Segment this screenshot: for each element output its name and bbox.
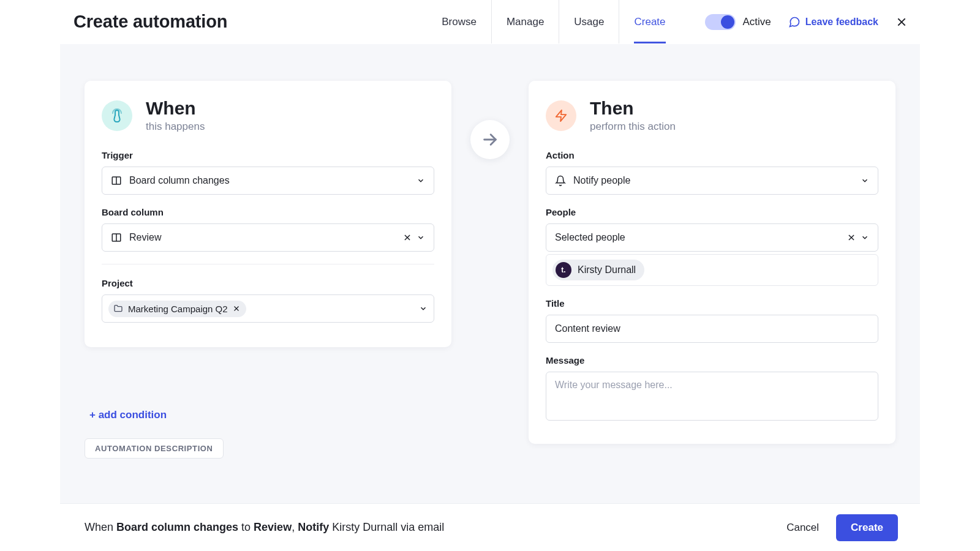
then-subtitle: perform this action — [590, 121, 676, 133]
when-subtitle: this happens — [146, 121, 205, 133]
clear-icon[interactable] — [847, 233, 856, 242]
project-chip: Marketing Campaign Q2 — [108, 301, 246, 317]
action-value: Notify people — [573, 175, 861, 186]
tab-create[interactable]: Create — [619, 0, 680, 43]
tab-manage[interactable]: Manage — [491, 0, 559, 43]
chevron-down-icon — [417, 233, 425, 242]
when-card: When this happens Trigger Board column c… — [85, 81, 451, 347]
project-select[interactable]: Marketing Campaign Q2 — [102, 294, 434, 323]
svg-marker-8 — [556, 110, 567, 121]
cancel-button[interactable]: Cancel — [786, 522, 819, 534]
board-icon — [111, 232, 122, 243]
message-field-label: Message — [546, 355, 878, 365]
title-field-label: Title — [546, 298, 878, 309]
create-button[interactable]: Create — [836, 514, 898, 541]
avatar: t. — [556, 262, 571, 278]
active-toggle-label: Active — [743, 16, 771, 28]
leave-feedback-label: Leave feedback — [805, 17, 878, 28]
flow-arrow — [470, 120, 510, 159]
page-title: Create automation — [74, 12, 227, 32]
automation-description-badge: AUTOMATION DESCRIPTION — [85, 438, 224, 459]
bell-icon — [555, 175, 566, 186]
project-label: Project — [102, 278, 434, 288]
when-title: When — [146, 98, 205, 118]
builder-canvas: When this happens Trigger Board column c… — [60, 44, 920, 503]
active-toggle[interactable] — [705, 14, 736, 30]
person-chip: t. Kirsty Durnall — [552, 260, 644, 280]
project-chip-label: Marketing Campaign Q2 — [128, 304, 228, 314]
chevron-down-icon — [419, 304, 428, 313]
chevron-down-icon — [861, 233, 869, 242]
comment-icon — [788, 16, 801, 28]
people-value: Selected people — [555, 232, 847, 243]
close-icon[interactable] — [895, 16, 908, 28]
action-label: Action — [546, 150, 878, 160]
trigger-value: Board column changes — [129, 175, 417, 186]
leave-feedback-link[interactable]: Leave feedback — [788, 16, 878, 28]
then-card: Then perform this action Action Notify p… — [529, 81, 895, 444]
add-condition-link[interactable]: + add condition — [89, 409, 167, 421]
footer: When Board column changes to Review, Not… — [60, 503, 920, 551]
tab-browse[interactable]: Browse — [427, 0, 491, 43]
action-select[interactable]: Notify people — [546, 167, 878, 195]
remove-chip-icon[interactable] — [233, 305, 240, 312]
people-select[interactable]: Selected people — [546, 223, 878, 252]
tab-usage[interactable]: Usage — [559, 0, 619, 43]
board-column-value: Review — [129, 232, 403, 243]
clear-icon[interactable] — [403, 233, 412, 242]
chevron-down-icon — [861, 176, 869, 185]
board-icon — [111, 175, 122, 186]
header: Create automation Browse Manage Usage Cr… — [60, 0, 920, 44]
bolt-icon — [546, 100, 576, 131]
person-chip-label: Kirsty Durnall — [578, 264, 636, 276]
then-title: Then — [590, 98, 676, 118]
tap-icon — [102, 100, 132, 131]
people-chip-container[interactable]: t. Kirsty Durnall — [546, 254, 878, 286]
folder-icon — [113, 304, 123, 313]
people-label: People — [546, 207, 878, 217]
trigger-select[interactable]: Board column changes — [102, 167, 434, 195]
header-tabs: Browse Manage Usage Create — [427, 0, 680, 43]
message-textarea[interactable] — [546, 372, 878, 421]
title-input[interactable] — [546, 315, 878, 343]
board-column-label: Board column — [102, 207, 434, 217]
automation-summary: When Board column changes to Review, Not… — [85, 521, 444, 534]
board-column-select[interactable]: Review — [102, 223, 434, 252]
trigger-label: Trigger — [102, 150, 434, 160]
chevron-down-icon — [417, 176, 425, 185]
